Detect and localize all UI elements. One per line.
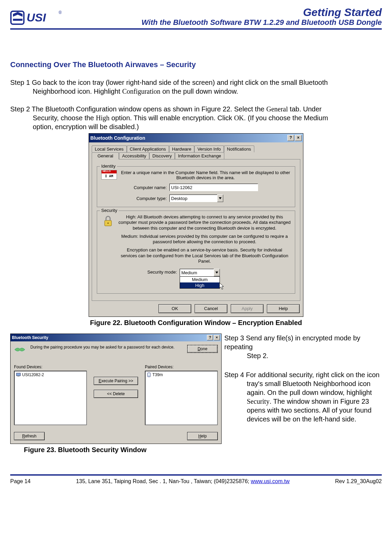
bluetooth-security-window: Bluetooth Security ? × During the pairin…: [10, 334, 222, 444]
doc-title: Getting Started: [141, 6, 382, 19]
identity-legend: Identity: [100, 164, 117, 169]
security-titlebar[interactable]: Bluetooth Security ? ×: [11, 334, 221, 341]
security-help-button[interactable]: Help: [187, 432, 218, 440]
step-4-label: Step 4: [224, 371, 244, 379]
tab-general[interactable]: General: [92, 152, 119, 159]
tab-information-exchange[interactable]: Information Exchange: [175, 152, 224, 159]
page-footer: Page 14 135, Lane 351, Taiping Road, Sec…: [10, 474, 382, 484]
step-4-line1: For additional security, right click on …: [246, 371, 379, 379]
phone-icon: [147, 372, 151, 377]
list-item[interactable]: USI12082-2: [15, 372, 86, 378]
computer-icon: [16, 373, 21, 377]
security-medium-text: Medium: Individual services provided by …: [118, 234, 291, 245]
paired-device-name: T39m: [152, 372, 163, 377]
footer-address: 135, Lane 351, Taiping Road, Sec . 1, Na…: [76, 478, 289, 484]
config-titlebar[interactable]: Bluetooth Configuration ? ×: [89, 134, 303, 142]
chevron-down-icon[interactable]: [214, 269, 220, 276]
step-2: Step 2 The Bluetooth Configuration windo…: [10, 105, 382, 131]
lock-icon: [101, 214, 115, 228]
found-devices-label: Found Devices:: [14, 365, 87, 369]
help-button[interactable]: Help: [267, 304, 300, 313]
found-device-name: USI12082-2: [22, 372, 44, 377]
ok-button[interactable]: OK: [159, 304, 191, 313]
step-4-line4: . The window shown in Figure 23: [270, 398, 369, 405]
step-1-line2b: on the pull down window.: [161, 88, 238, 95]
footer-revision: Rev 1.29_30Aug02: [335, 478, 382, 484]
titlebar-close-button[interactable]: ×: [295, 135, 302, 141]
apply-button[interactable]: Apply: [231, 304, 263, 313]
tab-notifications[interactable]: Notifications: [224, 145, 254, 152]
cursor-icon: [219, 282, 225, 290]
svg-text:®: ®: [59, 10, 62, 15]
titlebar-close-button[interactable]: ×: [214, 335, 220, 340]
security-mode-dropdown[interactable]: Medium High: [180, 276, 220, 289]
tab-accessibility[interactable]: Accessibility: [119, 152, 149, 159]
svg-point-4: [107, 222, 109, 224]
step-2-line1b: tab. Under: [288, 105, 322, 113]
security-legend: Security: [100, 208, 119, 213]
handshake-icon: [14, 345, 26, 354]
general-word: General: [266, 105, 288, 113]
identity-description: Enter a unique name in the Computer Name…: [120, 170, 291, 180]
svg-text:USI: USI: [27, 11, 46, 24]
step-4: Step 4 For additional security, right cl…: [224, 370, 382, 423]
step-2-line2a: Security, choose the: [33, 114, 96, 122]
svg-rect-6: [17, 376, 19, 376]
step-3: Step 3 Send any file(s) in encrypted mod…: [224, 334, 382, 360]
security-word: Security: [247, 398, 270, 405]
done-button[interactable]: Done: [187, 345, 218, 353]
titlebar-help-button[interactable]: ?: [207, 335, 213, 340]
svg-rect-5: [16, 373, 20, 376]
tab-discovery[interactable]: Discovery: [149, 152, 175, 159]
computer-type-combo[interactable]: [169, 195, 223, 202]
step-3-line2: Step 2.: [247, 351, 382, 360]
step-4-line5: opens with two sections. All of your fou…: [247, 406, 382, 415]
step-1-label: Step 1: [10, 79, 30, 86]
paired-devices-label: Paired Devices:: [145, 365, 218, 369]
page-number: Page 14: [10, 478, 31, 484]
tab-hardware[interactable]: Hardware: [169, 145, 194, 152]
security-high-text: High: All Bluetooth devices attempting t…: [118, 214, 291, 231]
step-2-label: Step 2: [10, 105, 30, 113]
list-item[interactable]: T39m: [146, 372, 216, 378]
security-encryption-text: Encryption can be enabled on a service-b…: [118, 247, 291, 264]
step-4-line6: devices will be on the left-hand side.: [247, 415, 382, 423]
delete-button[interactable]: << Delete: [94, 390, 138, 398]
usi-logo: USI ®: [10, 9, 65, 27]
security-option-medium[interactable]: Medium: [180, 277, 220, 282]
tab-client-applications[interactable]: Client Applications: [127, 145, 169, 152]
tab-local-services[interactable]: Local Services: [92, 145, 127, 152]
footer-url-link[interactable]: www.usi.com.tw: [251, 478, 290, 484]
configuration-word: Configuration: [122, 88, 160, 95]
step-1: Step 1 Go back to the icon tray (lower r…: [10, 78, 382, 96]
tab-version-info[interactable]: Version Info: [194, 145, 224, 152]
svg-rect-8: [148, 373, 150, 375]
security-fieldset: Security High:: [97, 211, 295, 294]
security-option-high[interactable]: High: [180, 282, 220, 288]
paired-devices-list[interactable]: T39m: [145, 371, 218, 425]
high-word: High: [96, 114, 109, 122]
bluetooth-config-window: Bluetooth Configuration ? × Local Servic…: [89, 133, 303, 317]
page-header: USI ® Getting Started With the Bluetooth…: [10, 6, 382, 30]
chevron-down-icon[interactable]: [217, 195, 223, 202]
doc-subtitle: With the Bluetooth Software BTW 1.2.29 a…: [141, 18, 382, 27]
refresh-button[interactable]: Refresh: [14, 432, 45, 440]
ok-word: OK: [234, 114, 244, 122]
identity-fieldset: Identity HELLO I AM Enter a unique name …: [97, 166, 295, 207]
step-2-line2c: . (If you choose the Medium: [244, 114, 328, 122]
step-4-line3: again. On the pull down window, highligh…: [247, 388, 382, 397]
computer-name-input[interactable]: [169, 184, 258, 191]
computer-type-value[interactable]: [169, 195, 217, 202]
execute-pairing-button[interactable]: Execute Pairing >>: [94, 377, 138, 385]
security-window-title: Bluetooth Security: [12, 335, 48, 340]
titlebar-help-button[interactable]: ?: [287, 135, 294, 141]
iam-badge-icon: HELLO I AM: [101, 170, 117, 180]
security-mode-value[interactable]: [180, 269, 214, 276]
step-2-line1a: The Bluetooth Configuration window opens…: [32, 105, 266, 113]
cancel-button[interactable]: Cancel: [195, 304, 227, 313]
security-mode-combo[interactable]: [180, 269, 220, 276]
found-devices-list[interactable]: USI12082-2: [14, 371, 87, 425]
step-3-line1: Send any file(s) in encrypted mode by re…: [224, 334, 360, 351]
computer-type-label: Computer type:: [101, 196, 169, 201]
figure-22-caption: Figure 22. Bluetooth Configuration Windo…: [10, 319, 382, 327]
